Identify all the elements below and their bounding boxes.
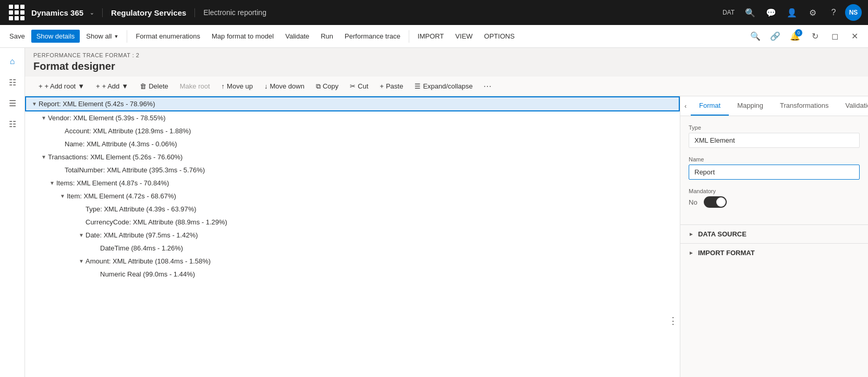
table-row[interactable]: TotalNumber: XML Attribute (395.3ms - 5.… <box>25 164 680 177</box>
import-button[interactable]: IMPORT <box>412 30 449 43</box>
move-down-icon: ↓ <box>264 82 268 90</box>
table-row[interactable]: ▼ Report: XML Element (5.42s - 78.96%) <box>25 96 680 111</box>
expand-icon: ☰ <box>414 82 421 90</box>
left-sidebar: ⌂ ☷ ☰ ☷ <box>0 48 25 377</box>
name-field-group: Name <box>689 156 860 180</box>
options-button[interactable]: OPTIONS <box>479 30 520 43</box>
table-row[interactable]: ▼ Vendor: XML Element (5.39s - 78.55%) <box>25 111 680 124</box>
right-tabs: ‹ Format Mapping Transformations Validat… <box>680 96 868 116</box>
tab-format[interactable]: Format <box>691 96 729 116</box>
view-button[interactable]: VIEW <box>450 30 478 43</box>
table-row[interactable]: ▼ Transactions: XML Element (5.26s - 76.… <box>25 150 680 164</box>
sidebar-list-icon[interactable]: ☷ <box>3 115 22 133</box>
type-label: Type <box>689 124 860 131</box>
delete-button[interactable]: 🗑 Delete <box>135 80 174 93</box>
spacer-icon <box>77 219 85 225</box>
brand-chevron-icon[interactable]: ⌄ <box>90 10 94 16</box>
env-label: DAT <box>718 9 739 16</box>
link-icon[interactable]: 🔗 <box>766 27 785 46</box>
data-source-label: DATA SOURCE <box>698 230 747 238</box>
expand-chevron-icon[interactable]: ▼ <box>77 258 85 264</box>
designer-body: ▼ Report: XML Element (5.42s - 78.96%) ▼… <box>25 96 868 377</box>
data-source-chevron-icon: ► <box>689 231 694 237</box>
add-button[interactable]: + + Add ▼ <box>91 80 133 93</box>
sidebar-filter-icon[interactable]: ☷ <box>3 73 22 92</box>
expand-chevron-icon[interactable]: ▼ <box>77 232 85 238</box>
user-icon[interactable]: 👤 <box>783 3 801 22</box>
map-format-button[interactable]: Map format to model <box>206 30 279 43</box>
spacer-icon <box>56 167 65 173</box>
save-button[interactable]: Save <box>4 30 30 43</box>
table-row[interactable]: Account: XML Attribute (128.9ms - 1.88%) <box>25 124 680 137</box>
mandatory-toggle[interactable] <box>704 196 727 208</box>
spacer-icon <box>92 271 100 277</box>
close-icon[interactable]: ✕ <box>845 27 864 46</box>
table-row[interactable]: ▼ Item: XML Element (4.72s - 68.67%) <box>25 190 680 203</box>
paste-button[interactable]: + Paste <box>375 80 409 93</box>
name-label: Name <box>689 156 860 162</box>
copy-button[interactable]: ⧉ Copy <box>311 80 344 93</box>
expand-chevron-icon[interactable]: ▼ <box>40 154 48 160</box>
move-up-button[interactable]: ↑ Move up <box>216 80 258 93</box>
format-enumerations-button[interactable]: Format enumerations <box>130 30 205 43</box>
toggle-knob <box>716 197 726 207</box>
chat-icon[interactable]: 💬 <box>762 3 780 22</box>
spacer-icon <box>56 141 65 147</box>
name-input[interactable] <box>689 165 860 180</box>
spacer-icon <box>56 128 65 134</box>
tabs-left-arrow-icon[interactable]: ‹ <box>680 97 691 115</box>
import-format-section[interactable]: ► IMPORT FORMAT <box>680 243 868 262</box>
table-row[interactable]: CurrencyCode: XML Attribute (88.9ms - 1.… <box>25 216 680 229</box>
expand-chevron-icon[interactable]: ▼ <box>48 180 56 186</box>
add-icon: + <box>96 82 100 90</box>
help-icon[interactable]: ? <box>824 3 843 22</box>
separator-2 <box>409 30 409 43</box>
table-row[interactable]: Numeric Real (99.0ms - 1.44%) <box>25 268 680 281</box>
expand-chevron-icon[interactable]: ▼ <box>40 115 48 121</box>
tab-transformations[interactable]: Transformations <box>772 96 837 116</box>
table-row[interactable]: ▼ Amount: XML Attribute (108.4ms - 1.58%… <box>25 255 680 268</box>
add-root-button[interactable]: + + Add root ▼ <box>33 80 90 93</box>
data-source-section[interactable]: ► DATA SOURCE <box>680 224 868 243</box>
more-options-icon[interactable]: ⋯ <box>479 79 496 94</box>
search-cmd-icon[interactable]: 🔍 <box>746 27 765 46</box>
mandatory-no-label: No <box>689 198 698 206</box>
tree-panel[interactable]: ▼ Report: XML Element (5.42s - 78.96%) ▼… <box>25 96 680 377</box>
top-bar: Dynamics 365 ⌄ Regulatory Services Elect… <box>0 0 868 25</box>
show-all-button[interactable]: Show all ▼ <box>81 30 124 43</box>
sidebar-nav-icon[interactable]: ☰ <box>3 94 22 112</box>
table-row[interactable]: ▼ Date: XML Attribute (97.5ms - 1.42%) <box>25 229 680 242</box>
separator-1 <box>127 30 127 43</box>
notification-icon[interactable]: 🔔 0 <box>786 27 804 46</box>
settings-icon[interactable]: ⚙ <box>803 3 822 22</box>
make-root-button[interactable]: Make root <box>175 80 215 93</box>
breadcrumb: PERFORMANCE TRACE FORMAT : 2 <box>25 48 868 58</box>
expand-chevron-icon[interactable]: ▼ <box>58 193 67 199</box>
search-icon[interactable]: 🔍 <box>741 3 760 22</box>
table-row[interactable]: Type: XML Attribute (4.39s - 63.97%) <box>25 203 680 216</box>
apps-button[interactable] <box>6 2 27 23</box>
table-row[interactable]: Name: XML Attribute (4.3ms - 0.06%) <box>25 137 680 150</box>
perf-trace-button[interactable]: Performance trace <box>339 30 406 43</box>
cut-button[interactable]: ✂ Cut <box>345 80 373 93</box>
show-details-button[interactable]: Show details <box>31 30 80 43</box>
refresh-icon[interactable]: ↻ <box>805 27 824 46</box>
validate-button[interactable]: Validate <box>280 30 314 43</box>
run-button[interactable]: Run <box>315 30 338 43</box>
expand-collapse-button[interactable]: ☰ Expand/collapse <box>409 80 478 93</box>
command-bar: Save Show details Show all ▼ Format enum… <box>0 25 868 48</box>
right-panel: ‹ Format Mapping Transformations Validat… <box>680 96 868 377</box>
more-tree-options-icon[interactable]: ⋮ <box>668 315 678 326</box>
table-row[interactable]: DateTime (86.4ms - 1.26%) <box>25 242 680 255</box>
add-root-icon: + <box>39 82 43 90</box>
tab-mapping[interactable]: Mapping <box>729 96 772 116</box>
sidebar-home-icon[interactable]: ⌂ <box>3 52 22 71</box>
avatar[interactable]: NS <box>845 4 862 21</box>
brand: Dynamics 365 ⌄ <box>31 8 103 17</box>
move-down-button[interactable]: ↓ Move down <box>259 80 310 93</box>
page-title: Format designer <box>25 58 868 77</box>
table-row[interactable]: ▼ Items: XML Element (4.87s - 70.84%) <box>25 177 680 190</box>
expand-chevron-icon[interactable]: ▼ <box>30 101 39 107</box>
window-icon[interactable]: ◻ <box>825 27 844 46</box>
tab-validations[interactable]: Validations <box>837 96 868 116</box>
